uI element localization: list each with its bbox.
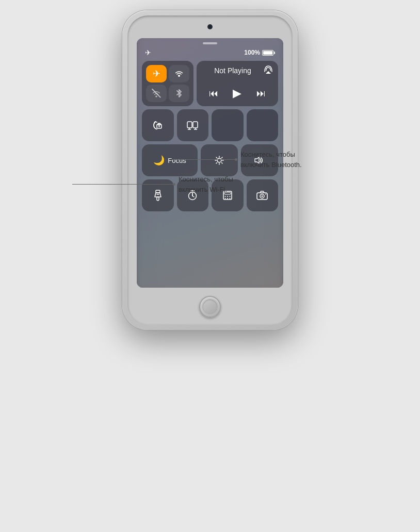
focus-icon: 🌙	[153, 155, 165, 166]
play-button[interactable]: ▶	[233, 87, 241, 100]
next-button[interactable]: ⏭	[256, 88, 266, 99]
screen-mirror-icon	[187, 121, 198, 130]
connectivity-block: ✈	[142, 61, 193, 106]
svg-point-11	[217, 158, 221, 162]
svg-line-26	[192, 196, 194, 197]
svg-point-35	[227, 198, 228, 199]
flashlight-button[interactable]	[142, 179, 174, 211]
focus-button[interactable]: 🌙 Focus	[142, 144, 198, 176]
battery-icon	[262, 50, 275, 56]
device-inner: ✈ 100%	[127, 15, 293, 325]
hotspot-icon	[174, 69, 184, 79]
status-bar: ✈ 100%	[145, 48, 275, 57]
volume-slider[interactable]	[241, 144, 278, 176]
camera-icon	[256, 191, 268, 200]
svg-line-19	[216, 163, 217, 164]
slot4-button[interactable]	[247, 109, 279, 141]
svg-point-1	[155, 95, 157, 97]
row-actions	[142, 179, 278, 211]
home-button-inner	[202, 299, 218, 314]
cc-grid: ✈	[142, 61, 278, 282]
svg-line-18	[222, 157, 223, 158]
slot3-button[interactable]	[212, 109, 244, 141]
drag-indicator[interactable]	[203, 42, 217, 44]
svg-point-34	[224, 198, 225, 199]
svg-point-31	[224, 196, 225, 197]
svg-line-16	[216, 157, 217, 158]
home-button[interactable]	[199, 296, 221, 318]
svg-point-40	[265, 194, 266, 195]
screen: ✈ 100%	[137, 38, 283, 288]
brightness-slider[interactable]	[201, 144, 238, 176]
rotation-lock-icon	[152, 120, 164, 131]
airplane-btn-icon: ✈	[153, 68, 160, 79]
battery-info: 100%	[244, 49, 275, 56]
svg-point-0	[178, 75, 180, 77]
battery-tip	[274, 52, 275, 54]
wifi-button[interactable]	[146, 85, 167, 102]
svg-rect-22	[157, 197, 159, 201]
svg-point-32	[227, 196, 228, 197]
svg-point-33	[229, 196, 230, 197]
row-focus: 🌙 Focus	[142, 144, 278, 176]
control-center: ✈ 100%	[137, 38, 283, 288]
calculator-icon	[223, 191, 232, 200]
svg-rect-6	[193, 122, 198, 128]
svg-point-39	[262, 195, 263, 197]
calculator-button[interactable]	[212, 179, 244, 211]
svg-rect-30	[224, 192, 231, 194]
row-toggles	[142, 109, 278, 141]
volume-icon	[254, 156, 265, 164]
airplane-mode-button[interactable]: ✈	[146, 65, 167, 82]
battery-fill	[263, 51, 272, 55]
svg-rect-5	[187, 122, 192, 128]
playback-controls: ⏮ ▶ ⏭	[202, 85, 273, 102]
now-playing-title: Not Playing	[202, 66, 264, 75]
airplane-mode-icon: ✈	[145, 48, 151, 57]
flashlight-icon	[154, 190, 161, 201]
now-playing-panel[interactable]: Not Playing ⏮	[197, 61, 278, 106]
battery-body	[262, 50, 273, 56]
airplay-icon[interactable]	[264, 65, 273, 76]
hotspot-button[interactable]	[169, 65, 189, 82]
row-connectivity: ✈	[142, 61, 278, 106]
battery-percent-label: 100%	[244, 49, 260, 56]
svg-line-17	[222, 163, 223, 164]
svg-marker-20	[255, 157, 259, 163]
device: ✈ 100%	[122, 10, 298, 330]
focus-label: Focus	[168, 157, 186, 164]
screen-mirror-button[interactable]	[177, 109, 209, 141]
bluetooth-icon	[175, 88, 183, 98]
bluetooth-button[interactable]	[169, 85, 189, 102]
camera-icon	[208, 25, 212, 29]
now-playing-header: Not Playing	[202, 65, 273, 76]
timer-icon	[187, 190, 198, 201]
svg-point-4	[158, 126, 159, 127]
svg-point-36	[229, 198, 230, 199]
timer-button[interactable]	[177, 179, 209, 211]
previous-button[interactable]: ⏮	[209, 88, 218, 99]
camera-button[interactable]	[247, 179, 279, 211]
brightness-icon	[215, 156, 224, 165]
screen-rotation-button[interactable]	[142, 109, 174, 141]
